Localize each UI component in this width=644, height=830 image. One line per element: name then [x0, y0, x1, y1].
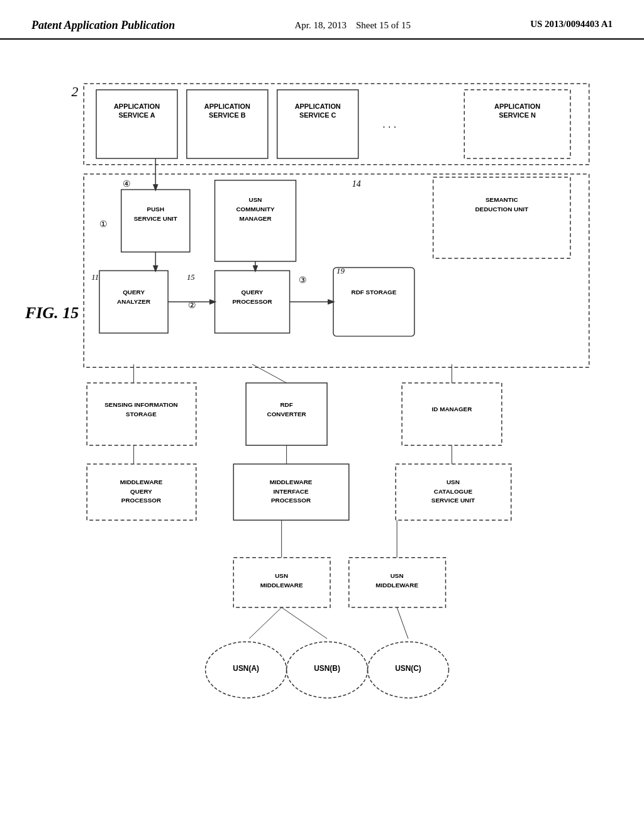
svg-rect-24: [433, 177, 570, 258]
svg-text:SERVICE N: SERVICE N: [499, 111, 536, 119]
architecture-diagram: 2 APPLICATION SERVICE A APPLICATION SERV…: [63, 77, 604, 830]
svg-text:SENSING INFORMATION: SENSING INFORMATION: [104, 401, 178, 408]
svg-rect-5: [187, 90, 268, 158]
svg-text:RDF: RDF: [280, 401, 292, 408]
diagram-container: 2 APPLICATION SERVICE A APPLICATION SERV…: [63, 77, 604, 830]
svg-rect-2: [96, 90, 177, 158]
svg-text:MIDDLEWARE: MIDDLEWARE: [260, 582, 303, 589]
svg-text:APPLICATION: APPLICATION: [494, 102, 540, 110]
header-center-info: Apr. 18, 2013 Sheet 15 of 15: [294, 19, 411, 32]
svg-text:RDF STORAGE: RDF STORAGE: [352, 289, 397, 296]
svg-rect-11: [464, 90, 570, 158]
svg-text:USN(A): USN(A): [233, 664, 259, 673]
svg-text:QUERY: QUERY: [130, 488, 152, 495]
svg-text:PROCESSOR: PROCESSOR: [271, 497, 311, 504]
svg-line-88: [397, 607, 408, 639]
svg-text:MIDDLEWARE: MIDDLEWARE: [270, 479, 313, 485]
svg-text:PUSH: PUSH: [147, 206, 165, 213]
sheet-label: Sheet 15 of 15: [356, 20, 411, 30]
svg-text:APPLICATION: APPLICATION: [295, 102, 341, 110]
svg-text:2: 2: [71, 84, 78, 99]
svg-rect-52: [402, 383, 502, 445]
svg-text:MIDDLEWARE: MIDDLEWARE: [375, 582, 418, 589]
svg-text:PROCESSOR: PROCESSOR: [121, 497, 161, 504]
patent-number: US 2013/0094403 A1: [530, 19, 613, 30]
svg-text:SERVICE B: SERVICE B: [209, 111, 246, 119]
svg-text:ID MANAGER: ID MANAGER: [432, 406, 472, 412]
svg-text:CATALOGUE: CATALOGUE: [434, 488, 473, 495]
svg-text:PROCESSOR: PROCESSOR: [232, 298, 272, 305]
svg-text:USN: USN: [249, 196, 262, 203]
svg-text:CONVERTER: CONVERTER: [267, 411, 306, 418]
svg-text:STORAGE: STORAGE: [126, 411, 157, 418]
svg-text:14: 14: [352, 179, 361, 189]
svg-text:APPLICATION: APPLICATION: [114, 102, 160, 110]
svg-rect-1: [84, 84, 589, 165]
svg-text:USN: USN: [275, 572, 288, 579]
svg-text:DEDUCTION UNIT: DEDUCTION UNIT: [475, 206, 528, 213]
svg-text:INTERFACE: INTERFACE: [273, 488, 309, 495]
svg-text:USN: USN: [391, 572, 404, 579]
svg-text:USN(C): USN(C): [395, 664, 421, 673]
svg-text:SERVICE C: SERVICE C: [299, 111, 336, 119]
svg-rect-38: [333, 268, 414, 336]
main-content: FIG. 15 2 APPLICATION SERVICE A APPLICAT…: [0, 40, 644, 819]
svg-text:APPLICATION: APPLICATION: [204, 102, 250, 110]
svg-text:19: 19: [336, 267, 345, 275]
svg-text:MANAGER: MANAGER: [239, 215, 271, 222]
svg-text:· · ·: · · ·: [382, 121, 396, 132]
svg-text:QUERY: QUERY: [123, 289, 145, 296]
svg-line-87: [282, 607, 327, 639]
date-label: Apr. 18, 2013: [294, 20, 347, 30]
svg-line-86: [249, 607, 282, 639]
svg-text:①: ①: [99, 219, 108, 229]
svg-text:SERVICE UNIT: SERVICE UNIT: [134, 215, 177, 222]
svg-text:USN: USN: [447, 479, 460, 485]
svg-text:COMMUNITY: COMMUNITY: [236, 206, 274, 213]
svg-text:USN(B): USN(B): [314, 664, 340, 673]
svg-text:ANALYZER: ANALYZER: [117, 298, 150, 305]
svg-text:11: 11: [91, 273, 99, 282]
svg-text:SEMANTIC: SEMANTIC: [486, 196, 518, 203]
svg-text:③: ③: [299, 275, 307, 285]
page-header: Patent Application Publication Apr. 18, …: [0, 0, 644, 40]
svg-text:SERVICE A: SERVICE A: [118, 111, 155, 119]
publication-label: Patent Application Publication: [31, 19, 175, 32]
svg-text:MIDDLEWARE: MIDDLEWARE: [120, 479, 163, 485]
svg-text:SERVICE UNIT: SERVICE UNIT: [431, 497, 475, 504]
svg-rect-8: [277, 90, 358, 158]
svg-text:QUERY: QUERY: [242, 289, 264, 296]
svg-text:15: 15: [187, 273, 195, 282]
svg-text:④: ④: [123, 179, 131, 189]
